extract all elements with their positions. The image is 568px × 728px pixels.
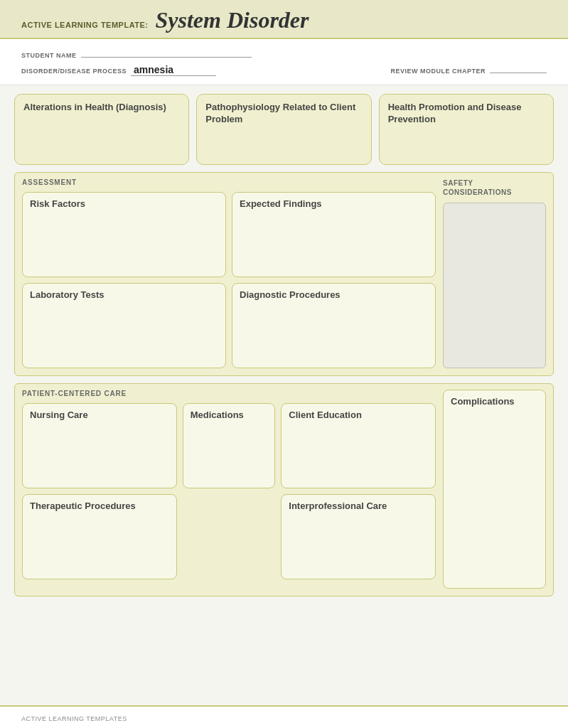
care-spacer (183, 494, 276, 579)
safety-box (443, 203, 546, 368)
top-section: Alterations in Health (Diagnosis) Pathop… (14, 94, 554, 165)
risk-factors-box: Risk Factors (22, 192, 226, 277)
safety-header: SAFETY CONSIDERATIONS (443, 178, 546, 197)
risk-factors-title: Risk Factors (30, 198, 218, 210)
interprofessional-care-box: Interprofessional Care (281, 494, 436, 579)
student-name-label: STUDENT NAME (21, 52, 77, 59)
diagnostic-procedures-title: Diagnostic Procedures (240, 289, 428, 301)
laboratory-tests-box: Laboratory Tests (22, 283, 226, 368)
template-label: ACTIVE LEARNING TEMPLATE: (21, 21, 149, 29)
diagnostic-procedures-box: Diagnostic Procedures (232, 283, 436, 368)
review-chapter-field[interactable] (490, 62, 547, 73)
health-promotion-title: Health Promotion and Disease Prevention (388, 102, 545, 126)
expected-findings-title: Expected Findings (240, 198, 428, 210)
medications-title: Medications (191, 410, 268, 422)
nursing-care-title: Nursing Care (30, 410, 169, 422)
health-promotion-box: Health Promotion and Disease Prevention (379, 94, 554, 165)
nursing-care-box: Nursing Care (22, 403, 177, 488)
disorder-label: DISORDER/DISEASE PROCESS (21, 68, 127, 75)
header: ACTIVE LEARNING TEMPLATE: System Disorde… (0, 0, 568, 39)
complications-box: Complications (443, 390, 546, 589)
student-name-field[interactable] (81, 46, 252, 58)
assessment-left: ASSESSMENT Risk Factors Expected Finding… (22, 178, 436, 368)
footer: ACTIVE LEARNING TEMPLATES (0, 705, 568, 728)
expected-findings-box: Expected Findings (232, 192, 436, 277)
care-section: PATIENT-CENTERED CARE Nursing Care Medic… (14, 383, 554, 596)
review-label: REVIEW MODULE CHAPTER (390, 68, 486, 75)
therapeutic-procedures-box: Therapeutic Procedures (22, 494, 177, 579)
assessment-grid: Risk Factors Expected Findings Laborator… (22, 192, 436, 368)
care-header: PATIENT-CENTERED CARE (22, 390, 436, 397)
care-top-grid: Nursing Care Medications Client Educatio… (22, 403, 436, 488)
care-bottom-grid: Therapeutic Procedures Interprofessional… (22, 494, 436, 579)
alterations-title: Alterations in Health (Diagnosis) (23, 102, 180, 114)
pathophysiology-box: Pathophysiology Related to Client Proble… (196, 94, 371, 165)
medications-box: Medications (183, 403, 276, 488)
footer-text: ACTIVE LEARNING TEMPLATES (21, 715, 127, 722)
pathophysiology-title: Pathophysiology Related to Client Proble… (205, 102, 362, 126)
client-education-box: Client Education (281, 403, 436, 488)
disorder-value[interactable]: amnesia (131, 64, 216, 76)
care-left: PATIENT-CENTERED CARE Nursing Care Medic… (22, 390, 436, 589)
interprofessional-care-title: Interprofessional Care (289, 500, 428, 513)
complications-section: Complications (443, 390, 546, 589)
page-title: System Disorder (156, 7, 309, 33)
therapeutic-procedures-title: Therapeutic Procedures (30, 500, 169, 513)
assessment-section: ASSESSMENT Risk Factors Expected Finding… (14, 172, 554, 376)
laboratory-tests-title: Laboratory Tests (30, 289, 218, 301)
student-info: STUDENT NAME DISORDER/DISEASE PROCESS am… (0, 39, 568, 85)
complications-title: Complications (451, 396, 538, 408)
client-education-title: Client Education (289, 410, 428, 422)
assessment-header: ASSESSMENT (22, 178, 436, 186)
page: ACTIVE LEARNING TEMPLATE: System Disorde… (0, 0, 568, 728)
main-content: Alterations in Health (Diagnosis) Pathop… (0, 85, 568, 705)
safety-section: SAFETY CONSIDERATIONS (443, 178, 546, 368)
alterations-box: Alterations in Health (Diagnosis) (14, 94, 189, 165)
